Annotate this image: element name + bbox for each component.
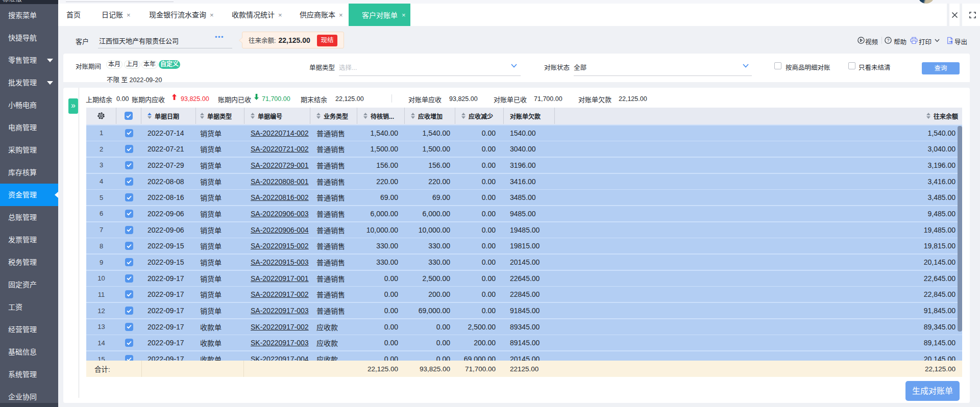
svg-text:?: ? bbox=[887, 38, 890, 43]
